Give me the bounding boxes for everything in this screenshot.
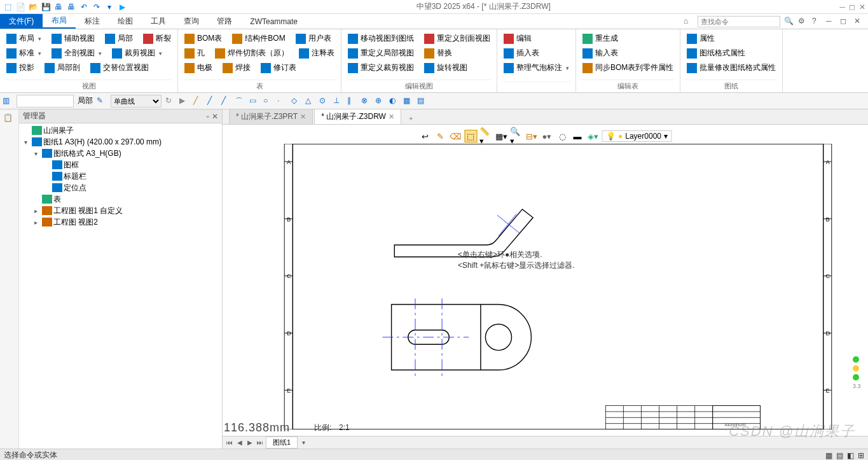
btn-revision-table[interactable]: 修订表 bbox=[259, 61, 298, 74]
btn-weld[interactable]: 焊接 bbox=[221, 61, 252, 74]
status-icon-3[interactable]: ◧ bbox=[847, 451, 854, 460]
tb-snap4-icon[interactable]: ⊥ bbox=[333, 96, 343, 106]
btn-redef-section[interactable]: 重定义剖面视图 bbox=[423, 32, 492, 45]
btn-local[interactable]: 局部 bbox=[104, 32, 134, 45]
btn-hole[interactable]: 孔 bbox=[183, 46, 206, 60]
btn-electrode[interactable]: 电极 bbox=[183, 61, 214, 74]
child-restore-icon[interactable]: ◻ bbox=[840, 17, 850, 27]
tb-snap3-icon[interactable]: ⊙ bbox=[319, 96, 329, 106]
tab-close-icon[interactable]: ✕ bbox=[300, 113, 306, 121]
tb-snap7-icon[interactable]: ⊕ bbox=[375, 96, 385, 106]
settings-icon[interactable]: ⚙ bbox=[798, 17, 808, 27]
vt-grid-icon[interactable]: ▦▾ bbox=[495, 130, 507, 143]
child-minimize-icon[interactable]: ─ bbox=[826, 17, 836, 27]
maximize-icon[interactable]: ◻ bbox=[849, 3, 855, 11]
btn-redef-crop[interactable]: 重定义裁剪视图 bbox=[347, 61, 415, 74]
tb-refresh-icon[interactable]: ↻ bbox=[165, 96, 176, 106]
btn-layout[interactable]: 布局▾ bbox=[5, 32, 43, 45]
tb-snap9-icon[interactable]: ▦ bbox=[403, 96, 413, 106]
tree-item[interactable]: 表 bbox=[19, 193, 222, 205]
tb-rect-icon[interactable]: ▭ bbox=[249, 96, 259, 106]
btn-aux-view[interactable]: 辅助视图 bbox=[50, 32, 96, 45]
tab-close-icon[interactable]: ✕ bbox=[389, 113, 394, 121]
vt-solid-icon[interactable]: ▬ bbox=[571, 130, 584, 143]
tb-line1-icon[interactable]: ╱ bbox=[193, 96, 203, 106]
filter-input[interactable] bbox=[17, 95, 74, 108]
sheet-tab-1[interactable]: 图纸1 bbox=[266, 436, 298, 449]
sheet-add-icon[interactable]: ▾ bbox=[299, 439, 308, 446]
btn-insert-table[interactable]: 插入表 bbox=[502, 46, 541, 60]
btn-projection[interactable]: 投影 bbox=[5, 61, 36, 74]
doc-tab-prt[interactable]: * 山涧果子.Z3PRT✕ bbox=[229, 109, 313, 124]
save-icon[interactable]: 💾 bbox=[41, 2, 51, 12]
vt-measure-icon[interactable]: 📏▾ bbox=[479, 130, 492, 143]
search-input[interactable] bbox=[698, 16, 780, 27]
minimize-icon[interactable]: ─ bbox=[839, 3, 845, 11]
tb-point-icon[interactable]: · bbox=[277, 96, 287, 106]
btn-props[interactable]: 属性 bbox=[685, 32, 716, 45]
add-tab-button[interactable]: + bbox=[403, 113, 419, 124]
menu-file[interactable]: 文件(F) bbox=[0, 14, 43, 29]
btn-balloon[interactable]: 整理气泡标注▾ bbox=[502, 61, 570, 74]
vt-layer-icon[interactable]: ◈▾ bbox=[586, 130, 599, 143]
pick-icon[interactable]: ✎ bbox=[97, 96, 107, 106]
tree-item[interactable]: 定位点 bbox=[19, 182, 222, 193]
btn-struct-bom[interactable]: 结构件BOM bbox=[231, 32, 286, 45]
qat-dropdown-icon[interactable]: ▾ bbox=[104, 2, 114, 12]
layer-selector[interactable]: 💡● Layer0000▾ bbox=[602, 130, 672, 142]
btn-sheet-format-props[interactable]: 图纸格式属性 bbox=[685, 46, 747, 60]
status-icon-1[interactable]: ▦ bbox=[825, 451, 832, 460]
tb-arc-icon[interactable]: ⌒ bbox=[235, 96, 245, 106]
tree-item[interactable]: ▸工程图 视图2 bbox=[19, 216, 222, 228]
btn-sync-bom[interactable]: 同步BOM表到零件属性 bbox=[581, 61, 675, 74]
search-icon[interactable]: 🔍 bbox=[784, 17, 794, 27]
redo-icon[interactable]: ↷ bbox=[92, 2, 102, 12]
menu-layout[interactable]: 布局 bbox=[43, 14, 76, 29]
tree-item[interactable]: ▾图纸1 A3(H) (420.00 x 297.00 mm) bbox=[19, 136, 222, 148]
status-icon-2[interactable]: ▤ bbox=[836, 451, 843, 460]
btn-full-section[interactable]: 全剖视图▾ bbox=[50, 46, 103, 60]
panel-undock-icon[interactable]: ▫ bbox=[207, 112, 209, 121]
model-tree[interactable]: 山涧果子▾图纸1 A3(H) (420.00 x 297.00 mm)▾图纸格式… bbox=[19, 123, 222, 449]
tb-snap8-icon[interactable]: ◐ bbox=[389, 96, 399, 106]
sheet-prev-icon[interactable]: ◀ bbox=[235, 439, 244, 446]
sheet-first-icon[interactable]: ⏮ bbox=[225, 439, 234, 446]
menu-query[interactable]: 查询 bbox=[175, 14, 208, 29]
vt-dim-icon[interactable]: ⊟▾ bbox=[525, 130, 538, 143]
tree-item[interactable]: 标题栏 bbox=[19, 171, 222, 182]
vt-select-icon[interactable]: ⬚ bbox=[464, 130, 477, 143]
doc-tab-drw[interactable]: * 山涧果子.Z3DRW✕ bbox=[314, 109, 401, 124]
undo-icon[interactable]: ↶ bbox=[79, 2, 89, 12]
menu-annotate[interactable]: 标注 bbox=[76, 14, 109, 29]
new-icon[interactable]: 📄 bbox=[15, 2, 25, 12]
vt-shade-icon[interactable]: ●▾ bbox=[541, 130, 553, 143]
filter-icon[interactable]: ▥ bbox=[3, 96, 13, 106]
drawing-canvas[interactable]: <单击右键>环●相关选项. <Shift +鼠标右键>显示选择过滤器. ↩ ✎ … bbox=[223, 125, 868, 436]
btn-edit[interactable]: 编辑 bbox=[502, 32, 533, 45]
btn-regen[interactable]: 重生成 bbox=[581, 32, 619, 45]
vt-zoom-icon[interactable]: 🔍▾ bbox=[510, 130, 523, 143]
tb-line2-icon[interactable]: ╱ bbox=[207, 96, 217, 106]
tb-snap2-icon[interactable]: △ bbox=[305, 96, 315, 106]
tb-snap5-icon[interactable]: ∥ bbox=[347, 96, 357, 106]
btn-input-table[interactable]: 输入表 bbox=[581, 46, 619, 60]
tree-item[interactable]: 山涧果子 bbox=[19, 125, 222, 136]
tree-item[interactable]: ▾图纸格式 A3_H(GB) bbox=[19, 148, 222, 159]
btn-note-table[interactable]: 注释表 bbox=[298, 46, 336, 60]
play-icon[interactable]: ▶ bbox=[117, 2, 127, 12]
menu-draw[interactable]: 绘图 bbox=[109, 14, 142, 29]
btn-weld-cut[interactable]: 焊件切割表（原） bbox=[214, 46, 290, 60]
print-preview-icon[interactable]: 🖶 bbox=[66, 2, 76, 12]
vt-pen-icon[interactable]: ✎ bbox=[434, 130, 446, 143]
menu-teammate[interactable]: ZWTeammate bbox=[241, 14, 307, 29]
close-icon[interactable]: ✕ bbox=[859, 3, 865, 11]
btn-alt-position[interactable]: 交替位置视图 bbox=[89, 61, 150, 74]
status-icon-4[interactable]: ⊞ bbox=[858, 451, 864, 460]
app-icon[interactable]: ⬚ bbox=[3, 2, 13, 12]
btn-rotate-view[interactable]: 旋转视图 bbox=[423, 61, 469, 74]
btn-batch-format[interactable]: 批量修改图纸格式属性 bbox=[685, 61, 777, 74]
btn-crop-view[interactable]: 裁剪视图▾ bbox=[111, 46, 163, 60]
btn-bom[interactable]: BOM表 bbox=[183, 32, 223, 45]
btn-break[interactable]: 断裂 bbox=[142, 32, 172, 45]
btn-replace[interactable]: 替换 bbox=[423, 46, 453, 60]
